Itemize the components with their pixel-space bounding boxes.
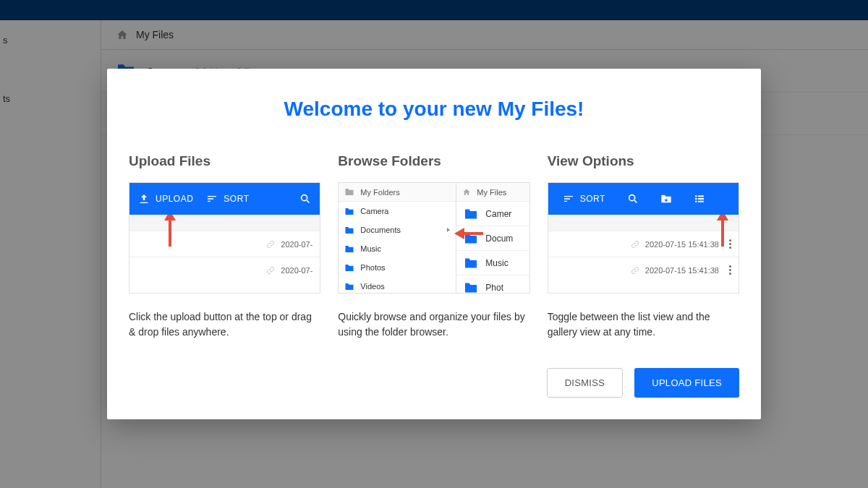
browser-header-label: My Files	[477, 188, 506, 197]
upload-files-button[interactable]: UPLOAD FILES	[634, 368, 739, 398]
svg-rect-2	[695, 196, 697, 197]
svg-rect-7	[698, 201, 704, 202]
browser-right-header: My Files	[456, 183, 529, 202]
link-icon	[266, 240, 275, 249]
folder-icon	[464, 257, 478, 269]
card-description: Click the upload button at the top or dr…	[129, 309, 320, 339]
folder-label: Photos	[360, 263, 385, 272]
file-label: Music	[485, 258, 508, 268]
more-icon	[729, 239, 731, 249]
home-icon	[462, 188, 471, 196]
sort-label: SORT	[580, 194, 605, 204]
folder-icon	[464, 233, 478, 244]
preview-row: 2020-07-15 15:41:38	[548, 257, 739, 283]
dismiss-button[interactable]: DISMISS	[547, 368, 624, 398]
browser-file-item: Phot	[456, 275, 529, 294]
card-heading: Browse Folders	[338, 153, 529, 169]
folder-icon	[344, 207, 354, 215]
sort-button: SORT	[206, 193, 249, 205]
upload-label: UPLOAD	[156, 194, 193, 204]
browser-left-pane: My Folders Camera Documents	[339, 183, 456, 293]
svg-rect-3	[698, 196, 704, 197]
card-heading: Upload Files	[129, 153, 320, 169]
browser-file-item: Docum	[456, 226, 529, 251]
folder-icon	[344, 188, 354, 196]
browser-folder-item: Videos	[339, 277, 456, 294]
folder-label: Documents	[360, 226, 401, 234]
browser-folder-item: Camera	[339, 202, 456, 221]
card-preview: UPLOAD SORT 2020-07-	[129, 182, 320, 294]
link-icon	[266, 266, 275, 275]
card-preview: My Folders Camera Documents	[338, 182, 529, 294]
new-folder-icon	[660, 193, 672, 205]
preview-date: 2020-07-	[281, 240, 312, 249]
folder-icon	[464, 282, 478, 294]
browser-header-label: My Folders	[360, 188, 399, 197]
folder-icon	[344, 283, 354, 291]
browser-folder-item: Photos	[339, 258, 456, 277]
sort-icon	[206, 193, 218, 205]
search-icon	[299, 193, 311, 205]
preview-toolbar: UPLOAD SORT	[129, 183, 320, 215]
card-preview: SORT 2020-07-15 15:41:38 2020-	[548, 182, 739, 294]
card-heading: View Options	[548, 153, 739, 169]
folder-label: Music	[360, 244, 381, 253]
preview-date: 2020-07-	[281, 266, 312, 275]
folder-label: Videos	[360, 282, 384, 291]
upload-icon	[138, 193, 150, 205]
file-label: Phot	[485, 283, 503, 293]
search-icon	[627, 193, 639, 205]
preview-body	[548, 215, 739, 231]
link-icon	[631, 240, 639, 249]
file-label: Docum	[485, 234, 513, 244]
browser-folder-item: Music	[339, 239, 456, 258]
browser-folder-item: Documents	[339, 221, 456, 239]
card-browse-folders: Browse Folders My Folders Camera	[338, 153, 529, 339]
folder-icon	[344, 264, 354, 272]
sort-icon	[563, 193, 574, 205]
folder-icon	[464, 208, 478, 220]
upload-button: UPLOAD	[138, 193, 193, 205]
card-description: Toggle between the list view and the gal…	[548, 309, 739, 339]
welcome-modal: Welcome to your new My Files! Upload Fil…	[107, 69, 761, 419]
feature-cards: Upload Files UPLOAD SORT	[129, 153, 739, 339]
preview-date: 2020-07-15 15:41:38	[645, 266, 719, 275]
card-view-options: View Options SORT 2020-07-15	[548, 153, 739, 339]
view-list-icon	[694, 193, 705, 205]
folder-icon	[344, 226, 354, 234]
sort-label: SORT	[224, 194, 249, 204]
preview-body	[129, 215, 320, 231]
browser-right-pane: My Files Camer Docum	[456, 183, 529, 293]
modal-footer: DISMISS UPLOAD FILES	[129, 368, 739, 398]
modal-title: Welcome to your new My Files!	[129, 98, 739, 121]
preview-row: 2020-07-15 15:41:38	[548, 231, 739, 257]
preview-toolbar: SORT	[548, 183, 739, 215]
svg-point-0	[302, 195, 307, 201]
svg-point-1	[629, 195, 634, 201]
preview-row: 2020-07-	[129, 231, 320, 257]
card-description: Quickly browse and organize your files b…	[338, 309, 529, 339]
svg-rect-6	[695, 201, 697, 202]
folder-label: Camera	[360, 207, 388, 215]
preview-date: 2020-07-15 15:41:38	[645, 240, 719, 249]
modal-overlay: Welcome to your new My Files! Upload Fil…	[0, 0, 868, 488]
preview-row: 2020-07-	[129, 257, 320, 283]
browser-file-item: Music	[456, 251, 529, 275]
folder-icon	[344, 245, 354, 253]
browser-file-item: Camer	[456, 202, 529, 226]
folder-browser-preview: My Folders Camera Documents	[339, 183, 529, 293]
sort-button: SORT	[563, 193, 605, 205]
link-icon	[631, 266, 639, 275]
file-label: Camer	[485, 209, 511, 219]
more-icon	[729, 265, 731, 275]
svg-rect-4	[695, 198, 697, 200]
card-upload-files: Upload Files UPLOAD SORT	[129, 153, 320, 339]
browser-left-header: My Folders	[339, 183, 456, 202]
svg-rect-5	[698, 198, 704, 200]
